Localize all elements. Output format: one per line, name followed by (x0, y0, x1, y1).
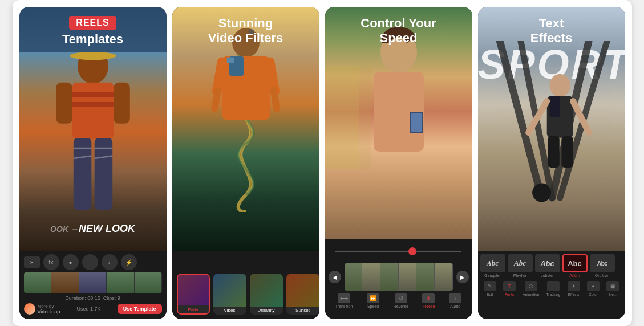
film-clip-4 (399, 263, 417, 291)
card-video-filters: Stunning Party Video Filters (172, 7, 319, 319)
filter-vibes-label: Vibes (213, 307, 246, 315)
edit-icon: ✎ (484, 281, 496, 291)
card4-tool-effects[interactable]: ✦ Effects (568, 281, 580, 296)
tracking-label: Tracking (546, 292, 561, 296)
color-icon[interactable]: ● (63, 254, 79, 270)
timeline-clip-1 (24, 272, 51, 293)
card4-tool-tracking[interactable]: ⋮ Tracking (546, 281, 561, 296)
text-icon[interactable]: T (82, 254, 98, 270)
speed-thumb[interactable] (408, 247, 416, 255)
card1-overlay-text: OOK → NEW LOOK (19, 223, 167, 235)
font-anton[interactable]: Abc Anton (562, 254, 588, 278)
tool-reverse[interactable]: ↺ Reverse (394, 293, 408, 308)
fonts-icon: T (503, 281, 516, 291)
svg-rect-28 (325, 66, 359, 169)
animation-label: Animation (523, 292, 539, 296)
card-text-effects: TextEffects SPORT (478, 7, 625, 319)
card2-filters-bar: Party Vibes Urbanity Sunset (172, 251, 319, 319)
font-lobster[interactable]: Abc Lobster (535, 254, 560, 278)
filter-vibes[interactable]: Vibes (213, 274, 246, 315)
film-clip-3 (380, 263, 399, 291)
app-container: REELS Templates (13, 0, 632, 326)
card4-tool-blend[interactable]: ▣ Ble… (606, 281, 619, 296)
transition-icon: ⟷ (338, 293, 350, 303)
use-template-button[interactable]: Use Template (118, 304, 162, 314)
more-by-text: More by Videoleap (38, 304, 60, 315)
tool-audio[interactable]: ♪ Audio (449, 293, 461, 308)
tool-transition[interactable]: ⟷ Transition (335, 293, 353, 308)
effects-label: Effects (568, 292, 580, 296)
font-orbitron-preview: Abc (590, 254, 615, 272)
font-orbitron[interactable]: Abc Orbitron (590, 254, 615, 278)
used-count: Used 1.7K (76, 306, 100, 312)
svg-point-40 (532, 183, 551, 202)
freeze-icon: ❄ (422, 293, 435, 303)
svg-rect-16 (222, 56, 270, 120)
tool-freeze[interactable]: ❄ Freeze (422, 293, 435, 308)
videoleap-icon (24, 303, 35, 315)
font-gangster-name: Gangster (484, 274, 501, 278)
filmstrip[interactable] (345, 263, 453, 291)
svg-rect-36 (548, 136, 559, 168)
card1-icons-row: ✂ fx ● T ♪ ⚡ (24, 254, 162, 270)
svg-rect-26 (411, 113, 422, 132)
font-playfair[interactable]: Abc Playfair (508, 254, 533, 278)
freeze-label: Freeze (423, 304, 435, 308)
filter-sunset-label: Sunset (286, 307, 319, 315)
card1-bottom-actions: More by Videoleap Used 1.7K Use Template (24, 303, 162, 315)
tracking-icon: ⋮ (547, 281, 560, 291)
svg-rect-6 (56, 83, 72, 124)
card1-bottom-bar: ✂ fx ● T ♪ ⚡ Duration: 00:15 Clips: 9 (19, 251, 167, 319)
svg-rect-35 (549, 96, 560, 117)
font-anton-preview: Abc (562, 254, 588, 272)
filter-urbanity[interactable]: Urbanity (250, 274, 283, 315)
svg-line-22 (273, 91, 276, 109)
audio-icon: ♪ (449, 293, 461, 303)
card4-tool-animation[interactable]: ◎ Animation (523, 281, 539, 296)
film-next-button[interactable]: ▶ (456, 271, 469, 283)
duration-info: Duration: 00:15 Clips: 9 (24, 295, 162, 301)
timeline-strip[interactable] (24, 272, 162, 293)
font-orbitron-name: Orbitron (595, 274, 609, 278)
svg-rect-4 (72, 92, 114, 97)
speed-icon[interactable]: ⚡ (121, 254, 137, 270)
filter-party-label: Party (178, 305, 209, 313)
person-svg (47, 52, 139, 251)
music-icon[interactable]: ♪ (102, 254, 118, 270)
font-gangster-preview: Abc (480, 254, 505, 272)
color-icon: ● (587, 281, 600, 291)
card3-header: Control YourSpeed (325, 16, 472, 46)
card4-title: TextEffects (478, 16, 625, 46)
svg-line-21 (214, 91, 218, 109)
fonts-label: Fonts (505, 292, 514, 296)
card4-tool-fonts[interactable]: T Fonts (503, 281, 516, 296)
svg-rect-18 (226, 57, 234, 63)
blend-label: Ble… (608, 292, 617, 296)
edit-label: Edit (487, 292, 493, 296)
font-anton-name: Anton (569, 274, 580, 278)
filter-urbanity-label: Urbanity (250, 307, 283, 315)
tool-speed[interactable]: ⏩ Speed (367, 293, 379, 308)
font-gangster[interactable]: Abc Gangster (480, 254, 505, 278)
card4-tools: ✎ Edit T Fonts ◎ Animation ⋮ Tracking ✦ (480, 281, 623, 296)
speed-label: Speed (367, 304, 379, 308)
audio-label: Audio (450, 304, 460, 308)
card4-tool-edit[interactable]: ✎ Edit (484, 281, 496, 296)
svg-rect-2 (80, 52, 106, 58)
filter-party[interactable]: Party (177, 274, 210, 315)
edit-icon[interactable]: ✂ (24, 256, 40, 268)
fx-icon[interactable]: fx (43, 254, 59, 270)
card-reels-templates: REELS Templates (19, 7, 167, 319)
card4-header: TextEffects (478, 16, 625, 46)
filter-sunset-preview (286, 274, 319, 307)
speed-slider[interactable] (329, 243, 469, 260)
film-prev-button[interactable]: ◀ (329, 271, 341, 283)
card3-person-svg (325, 13, 472, 239)
filter-sunset[interactable]: Sunset (286, 274, 319, 315)
templates-title: Templates (19, 32, 167, 47)
film-nav: ◀ ▶ (329, 263, 469, 291)
videoleap-logo: More by Videoleap (24, 303, 60, 315)
card4-bottom-bar: Abc Gangster Abc Playfair Abc Lobster Ab… (478, 251, 625, 319)
filter-thumbnails: Party Vibes Urbanity Sunset (177, 274, 315, 315)
card4-tool-color[interactable]: ● Color (587, 281, 600, 296)
